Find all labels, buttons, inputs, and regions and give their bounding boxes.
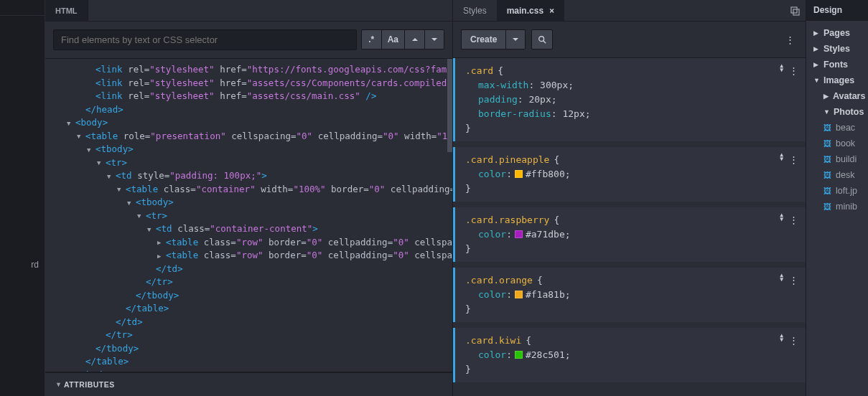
css-rules-list[interactable]: ▲▼ ⋮ .card { max-width: 300px;padding: 2… <box>453 58 806 396</box>
next-match-button[interactable] <box>424 29 444 50</box>
dom-node[interactable]: ▼<tr> <box>54 209 452 223</box>
expand-icon[interactable] <box>77 103 84 116</box>
design-section[interactable]: ▶Fonts <box>806 57 868 72</box>
dom-node[interactable]: </tbody> <box>54 289 452 303</box>
expand-icon[interactable] <box>87 90 94 103</box>
tab-styles[interactable]: Styles <box>453 0 497 21</box>
expand-icon[interactable] <box>147 263 154 275</box>
close-icon[interactable]: × <box>549 6 554 16</box>
dom-node[interactable]: </td> <box>54 263 452 276</box>
preview-fragment: rd <box>0 16 45 396</box>
expand-icon[interactable] <box>77 356 84 369</box>
prev-match-button[interactable] <box>404 29 424 50</box>
expand-icon[interactable]: ▼ <box>117 183 124 196</box>
design-subsection[interactable]: ▶Avatars <box>806 88 868 104</box>
expand-icon[interactable]: ▼ <box>127 197 134 209</box>
dom-node[interactable]: ▼<tbody> <box>54 143 452 156</box>
more-icon[interactable]: ⋮ <box>789 64 798 78</box>
reorder-icon[interactable]: ▲▼ <box>780 64 783 78</box>
color-swatch[interactable] <box>515 230 523 238</box>
more-icon[interactable]: ⋮ <box>789 334 798 348</box>
color-swatch[interactable] <box>515 291 523 298</box>
design-section[interactable]: ▶Styles <box>806 41 868 57</box>
dom-node[interactable]: <link rel="stylesheet" href="assets/css/… <box>54 77 452 90</box>
expand-icon[interactable] <box>107 316 114 329</box>
dom-node[interactable]: <link rel="stylesheet" href="https://fon… <box>54 63 452 77</box>
more-icon[interactable]: ⋮ <box>789 273 798 288</box>
design-file[interactable]: 🖼desk <box>806 167 868 183</box>
dom-node[interactable]: </tr> <box>54 275 452 289</box>
create-dropdown-button[interactable] <box>505 29 526 50</box>
expand-icon[interactable] <box>67 369 74 372</box>
more-icon[interactable]: ⋮ <box>789 213 798 227</box>
dom-node[interactable]: ▼<table class="container" width="100%" b… <box>54 183 452 197</box>
tab-maincss[interactable]: main.css × <box>497 0 565 21</box>
css-rule[interactable]: ▲▼ ⋮ .card.kiwi { color:#28c501; } <box>453 328 806 382</box>
dom-tree[interactable]: <link rel="stylesheet" href="https://fon… <box>45 59 452 372</box>
design-tree[interactable]: ▶Pages▶Styles▶Fonts▼Images▶Avatars▼Photo… <box>806 21 868 219</box>
design-file[interactable]: 🖼beac <box>806 120 868 136</box>
expand-icon[interactable] <box>97 329 104 342</box>
design-file[interactable]: 🖼book <box>806 136 868 151</box>
dom-node[interactable]: </tbody> <box>54 342 452 356</box>
expand-icon[interactable] <box>87 342 94 355</box>
design-file[interactable]: 🖼loft.jp <box>806 183 868 199</box>
design-subsection[interactable]: ▼Photos <box>806 104 868 120</box>
expand-icon[interactable]: ▼ <box>107 170 114 183</box>
case-button[interactable]: Aa <box>381 29 404 50</box>
color-swatch[interactable] <box>515 351 523 359</box>
dom-node[interactable]: ▼<td style="padding: 100px;"> <box>54 169 452 183</box>
search-input[interactable] <box>53 29 357 50</box>
reorder-icon[interactable]: ▲▼ <box>780 213 783 227</box>
expand-icon[interactable]: ▶ <box>157 236 164 249</box>
expand-icon[interactable]: ▼ <box>67 117 74 130</box>
expand-icon[interactable] <box>87 77 94 90</box>
expand-icon[interactable]: ▼ <box>77 130 84 143</box>
dom-node[interactable]: </tr> <box>54 329 452 342</box>
expand-icon[interactable]: ▼ <box>147 223 154 236</box>
expand-icon[interactable]: ▶ <box>157 250 164 263</box>
dom-node[interactable]: <link rel="stylesheet" href="assets/css/… <box>54 90 452 103</box>
css-rule[interactable]: ▲▼ ⋮ .card.orange { color:#f1a81b; } <box>453 268 806 322</box>
css-rule[interactable]: ▲▼ ⋮ .card { max-width: 300px;padding: 2… <box>453 58 806 141</box>
dom-node[interactable]: </td> <box>54 316 452 329</box>
color-swatch[interactable] <box>515 170 523 178</box>
tab-html[interactable]: HTML <box>45 0 88 21</box>
styles-toolbar: Create ⋮ <box>453 22 806 58</box>
expand-icon[interactable] <box>87 64 94 77</box>
dom-node[interactable]: ▼<table role="presentation" cellspacing=… <box>54 130 452 143</box>
css-rule[interactable]: ▲▼ ⋮ .card.pineapple { color:#ffb800; } <box>453 147 806 202</box>
scrollbar[interactable] <box>447 59 452 152</box>
more-icon[interactable]: ⋮ <box>789 153 798 167</box>
dom-node[interactable]: </table> <box>54 355 452 369</box>
dom-node[interactable]: ▼<tbody> <box>54 196 452 209</box>
dom-node[interactable]: ▼<td class="container-content"> <box>54 222 452 236</box>
dom-node[interactable]: </table> <box>54 302 452 316</box>
dom-node[interactable]: </body> <box>54 369 452 372</box>
dom-node[interactable]: ▼<body> <box>54 116 452 130</box>
search-styles-button[interactable] <box>531 29 553 50</box>
expand-icon[interactable]: ▼ <box>97 156 104 169</box>
expand-icon[interactable] <box>137 276 144 289</box>
design-file[interactable]: 🖼minib <box>806 199 868 214</box>
expand-icon[interactable]: ▼ <box>137 209 144 222</box>
dom-node[interactable]: ▶<table class="row" border="0" cellpaddi… <box>54 249 452 263</box>
css-rule[interactable]: ▲▼ ⋮ .card.raspberry { color:#a71dbe; } <box>453 207 806 262</box>
copy-icon[interactable] <box>784 0 806 21</box>
regex-button[interactable]: .* <box>361 29 381 50</box>
create-button[interactable]: Create <box>461 29 505 50</box>
attributes-panel-header[interactable]: ▼ ATTRIBUTES <box>45 372 452 396</box>
expand-icon[interactable] <box>117 303 124 316</box>
dom-node[interactable]: ▶<table class="row" border="0" cellpaddi… <box>54 236 452 250</box>
design-file[interactable]: 🖼buildi <box>806 151 868 167</box>
reorder-icon[interactable]: ▲▼ <box>780 273 783 288</box>
reorder-icon[interactable]: ▲▼ <box>780 334 783 348</box>
design-section[interactable]: ▶Pages <box>806 25 868 41</box>
dom-node[interactable]: </head> <box>54 103 452 117</box>
more-icon[interactable]: ⋮ <box>783 32 798 48</box>
design-section[interactable]: ▼Images <box>806 72 868 88</box>
reorder-icon[interactable]: ▲▼ <box>780 153 783 167</box>
dom-node[interactable]: ▼<tr> <box>54 156 452 170</box>
expand-icon[interactable]: ▼ <box>87 143 94 156</box>
expand-icon[interactable] <box>127 289 134 302</box>
